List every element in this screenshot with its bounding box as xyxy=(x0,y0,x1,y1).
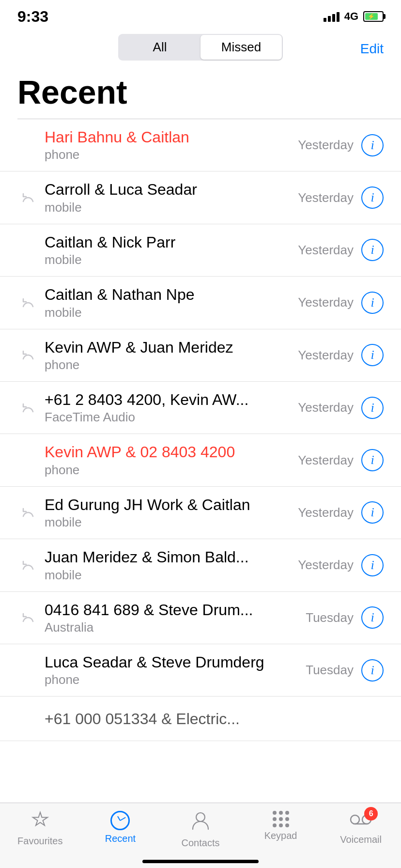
info-icon: i xyxy=(370,138,374,153)
list-item[interactable]: Luca Seadar & Steve Drumderg phone Tuesd… xyxy=(0,644,401,697)
list-item[interactable]: Juan Meridez & Simon Bald... mobile Yest… xyxy=(0,539,401,591)
call-type: phone xyxy=(45,672,306,687)
list-item[interactable]: Kevin AWP & Juan Meridez phone Yesterday… xyxy=(0,329,401,382)
call-name: Kevin AWP & 02 8403 4200 xyxy=(45,443,298,461)
call-type: FaceTime Audio xyxy=(45,410,298,425)
list-item[interactable]: +61 000 051334 & Electric... xyxy=(0,697,401,741)
list-item[interactable]: Ed Gurung JH Work & Caitlan mobile Yeste… xyxy=(0,487,401,539)
info-button[interactable]: i xyxy=(361,554,384,576)
call-info: Carroll & Luca Seadar mobile xyxy=(45,180,298,215)
info-icon: i xyxy=(370,505,374,520)
page-title: Recent xyxy=(0,68,401,119)
list-item[interactable]: 0416 841 689 & Steve Drum... Australia T… xyxy=(0,592,401,644)
call-item-right: Tuesday i xyxy=(306,606,384,629)
list-item[interactable]: Carroll & Luca Seadar mobile Yesterday i xyxy=(0,171,401,224)
nav-label-contacts: Contacts xyxy=(182,837,220,849)
info-button[interactable]: i xyxy=(361,501,384,524)
call-item-right: Yesterday i xyxy=(298,397,384,419)
info-button[interactable]: i xyxy=(361,397,384,419)
list-item[interactable]: Hari Bahnu & Caitlan phone Yesterday i xyxy=(0,119,401,171)
call-time: Yesterday xyxy=(298,400,354,415)
call-name: Caitlan & Nathan Npe xyxy=(45,285,298,304)
call-info: Hari Bahnu & Caitlan phone xyxy=(45,128,298,162)
call-type: mobile xyxy=(45,305,298,320)
person-icon xyxy=(192,811,209,835)
nav-item-favourites[interactable]: Favourites xyxy=(11,811,69,849)
call-name: Kevin AWP & Juan Meridez xyxy=(45,338,298,356)
call-time: Yesterday xyxy=(298,243,354,258)
info-button[interactable]: i xyxy=(361,134,384,156)
info-button[interactable]: i xyxy=(361,606,384,629)
call-name: +61 2 8403 4200, Kevin AW... xyxy=(45,390,298,409)
nav-label-keypad: Keypad xyxy=(264,830,297,841)
call-name: 0416 841 689 & Steve Drum... xyxy=(45,601,306,619)
call-item-right: Yesterday i xyxy=(298,449,384,471)
call-time: Yesterday xyxy=(298,295,354,310)
voicemail-badge: 6 xyxy=(364,807,378,821)
info-icon: i xyxy=(370,190,374,205)
missed-call-icon xyxy=(17,609,39,626)
list-item[interactable]: Kevin AWP & 02 8403 4200 phone Yesterday… xyxy=(0,434,401,486)
info-button[interactable]: i xyxy=(361,659,384,682)
nav-item-recent[interactable]: Recent xyxy=(91,811,149,849)
call-list: Hari Bahnu & Caitlan phone Yesterday i C… xyxy=(0,119,401,741)
call-info: Kevin AWP & 02 8403 4200 phone xyxy=(45,443,298,477)
call-info: 0416 841 689 & Steve Drum... Australia xyxy=(45,601,306,635)
call-info: +61 000 051334 & Electric... xyxy=(45,710,384,728)
call-item-right: Yesterday i xyxy=(298,501,384,524)
nav-item-voicemail[interactable]: 6 Voicemail xyxy=(332,811,390,849)
info-button[interactable]: i xyxy=(361,186,384,209)
missed-call-icon xyxy=(17,294,39,311)
segment-all[interactable]: All xyxy=(119,35,200,60)
info-icon: i xyxy=(370,663,374,678)
call-time: Tuesday xyxy=(306,610,354,625)
call-item-right: Yesterday i xyxy=(298,292,384,314)
call-name: Ed Gurung JH Work & Caitlan xyxy=(45,496,298,514)
call-info: Kevin AWP & Juan Meridez phone xyxy=(45,338,298,372)
call-type: mobile xyxy=(45,252,298,267)
call-name: Hari Bahnu & Caitlan xyxy=(45,128,298,146)
call-time: Tuesday xyxy=(306,663,354,678)
svg-point-1 xyxy=(351,815,359,824)
call-item-right: Yesterday i xyxy=(298,344,384,366)
info-icon: i xyxy=(370,558,374,573)
nav-label-favourites: Favourites xyxy=(17,836,62,847)
info-icon: i xyxy=(370,348,374,362)
info-icon: i xyxy=(370,401,374,415)
voicemail-icon: 6 xyxy=(350,811,372,831)
info-button[interactable]: i xyxy=(361,292,384,314)
info-icon: i xyxy=(370,295,374,310)
missed-call-icon xyxy=(17,399,39,417)
call-item-right: Tuesday i xyxy=(306,659,384,682)
call-time: Yesterday xyxy=(298,190,354,205)
info-button[interactable]: i xyxy=(361,239,384,261)
info-button[interactable]: i xyxy=(361,449,384,471)
info-icon: i xyxy=(370,243,374,257)
call-time: Yesterday xyxy=(298,138,354,153)
nav-item-contacts[interactable]: Contacts xyxy=(171,811,230,849)
battery-icon: ⚡ xyxy=(363,11,384,22)
list-item[interactable]: +61 2 8403 4200, Kevin AW... FaceTime Au… xyxy=(0,382,401,434)
keypad-icon xyxy=(273,811,289,827)
call-time: Yesterday xyxy=(298,558,354,573)
edit-button[interactable]: Edit xyxy=(360,41,384,57)
list-item[interactable]: Caitlan & Nick Parr mobile Yesterday i xyxy=(0,224,401,277)
call-type: Australia xyxy=(45,620,306,635)
call-time: Yesterday xyxy=(298,505,354,520)
list-item[interactable]: Caitlan & Nathan Npe mobile Yesterday i xyxy=(0,277,401,329)
network-type: 4G xyxy=(344,10,358,23)
call-item-right: Yesterday i xyxy=(298,239,384,261)
call-name: Caitlan & Nick Parr xyxy=(45,233,298,251)
call-name: Carroll & Luca Seadar xyxy=(45,180,298,199)
call-type: mobile xyxy=(45,515,298,530)
call-name: +61 000 051334 & Electric... xyxy=(45,710,384,728)
status-bar: 9:33 4G ⚡ xyxy=(0,0,401,29)
call-info: Ed Gurung JH Work & Caitlan mobile xyxy=(45,496,298,530)
status-icons: 4G ⚡ xyxy=(324,10,384,23)
info-button[interactable]: i xyxy=(361,344,384,366)
call-time: Yesterday xyxy=(298,348,354,363)
info-icon: i xyxy=(370,610,374,625)
segment-missed[interactable]: Missed xyxy=(200,35,282,60)
nav-item-keypad[interactable]: Keypad xyxy=(252,811,310,849)
call-type: phone xyxy=(45,147,298,162)
